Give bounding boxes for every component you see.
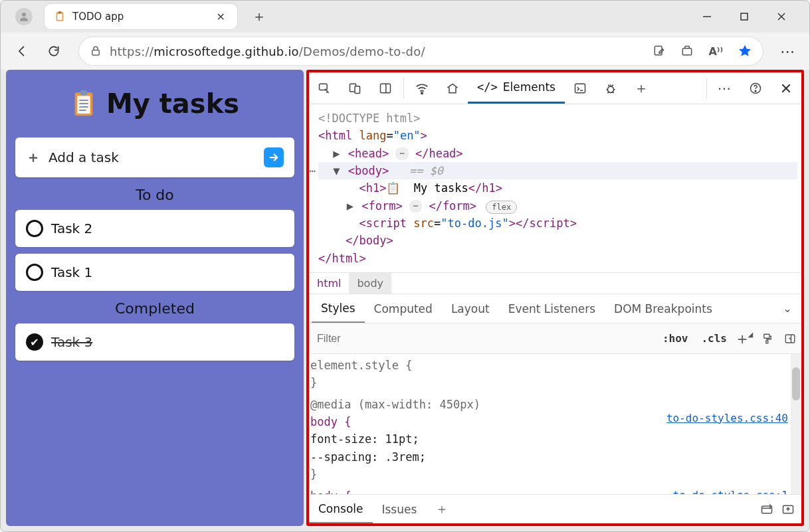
back-button[interactable] (9, 38, 35, 64)
close-devtools-icon[interactable] (771, 73, 801, 104)
dock-side-icon[interactable] (370, 73, 401, 104)
inspect-element-icon[interactable] (309, 73, 340, 104)
dom-tree[interactable]: <!DOCTYPE html> <html lang="en"> ▶ <head… (309, 104, 801, 272)
svg-rect-18 (320, 84, 328, 90)
clipboard-icon (54, 11, 66, 23)
source-link[interactable]: to-do-styles.css:40 (666, 410, 788, 427)
svg-rect-10 (683, 48, 692, 55)
chevron-down-icon[interactable]: ⌄ (783, 302, 792, 315)
new-style-rule-icon[interactable]: +◢ (734, 331, 756, 347)
collapse-icon[interactable]: ▼ (332, 162, 341, 179)
paint-icon[interactable] (756, 333, 779, 345)
svg-rect-20 (355, 86, 360, 93)
task-item-completed[interactable]: ✔ Task 3 (15, 323, 294, 361)
section-completed-heading: Completed (15, 300, 294, 317)
refresh-button[interactable] (41, 38, 67, 64)
welcome-icon[interactable] (437, 73, 468, 104)
expand-icon[interactable]: ▶ (332, 145, 341, 162)
task-item[interactable]: Task 2 (15, 210, 294, 247)
new-tab-button[interactable]: ＋ (247, 4, 272, 29)
styles-filter-input[interactable] (309, 333, 656, 345)
subtab-styles[interactable]: Styles (312, 294, 365, 323)
devtools-drawer: Console Issues ＋ (309, 494, 801, 523)
close-window-button[interactable] (772, 7, 791, 26)
svg-point-0 (22, 13, 26, 17)
checkbox-empty-icon[interactable] (26, 264, 43, 281)
profile-avatar[interactable] (15, 8, 33, 25)
browser-more-menu[interactable]: ⋯ (775, 38, 801, 64)
styles-subtabs: Styles Computed Layout Event Listeners D… (309, 294, 801, 323)
checkbox-empty-icon[interactable] (26, 220, 43, 237)
plus-icon: ＋ (26, 147, 41, 167)
svg-rect-13 (80, 90, 87, 96)
help-icon[interactable] (740, 73, 771, 104)
url-text: https://microsoftedge.github.io/Demos/de… (110, 44, 425, 58)
subtab-layout[interactable]: Layout (442, 294, 499, 323)
console-tab-icon[interactable] (565, 73, 595, 104)
more-tabs-button[interactable]: ＋ (626, 73, 657, 104)
expand-icon[interactable]: ▶ (346, 197, 355, 215)
crumb-body[interactable]: body (349, 273, 391, 294)
todo-app: My tasks ＋ Add a task To do Task 2 Task … (6, 70, 304, 526)
drawer-icon[interactable] (760, 503, 773, 516)
devtools-toolbar: </> Elements ＋ ⋯ (309, 72, 801, 104)
read-aloud-icon[interactable]: A⁾⁾ (708, 45, 723, 58)
svg-rect-5 (741, 13, 748, 20)
add-task-card[interactable]: ＋ Add a task (15, 137, 294, 177)
collections-icon[interactable] (680, 44, 694, 58)
network-conditions-icon[interactable] (407, 73, 437, 104)
svg-rect-8 (92, 50, 100, 56)
close-tab-icon[interactable]: ✕ (214, 9, 228, 25)
dom-breadcrumb: html body (309, 272, 801, 294)
subtab-event-listeners[interactable]: Event Listeners (499, 294, 605, 323)
browser-tab[interactable]: TODO app ✕ (45, 4, 237, 29)
crumb-html[interactable]: html (309, 273, 349, 294)
edit-page-icon[interactable] (653, 44, 666, 58)
submit-task-button[interactable] (264, 147, 284, 167)
expand-drawer-icon[interactable] (781, 503, 795, 516)
section-todo-heading: To do (15, 187, 294, 203)
svg-rect-31 (766, 341, 768, 343)
browser-addressbar: https://microsoftedge.github.io/Demos/de… (1, 33, 809, 70)
task-label: Task 1 (51, 264, 92, 280)
devtools-panel: </> Elements ＋ ⋯ <!DOCTYPE html> <html l… (306, 70, 804, 526)
lock-icon (90, 45, 102, 57)
drawer-tab-issues[interactable]: Issues (373, 495, 427, 523)
svg-point-27 (755, 90, 756, 92)
svg-rect-24 (575, 84, 585, 92)
browser-titlebar: TODO app ✕ ＋ (1, 1, 809, 33)
add-task-input[interactable]: Add a task (49, 149, 119, 165)
svg-rect-2 (57, 14, 62, 21)
favorite-star-icon[interactable] (738, 44, 752, 58)
source-link[interactable]: to-do-styles.css:1 (673, 488, 788, 495)
subtab-dom-breakpoints[interactable]: DOM Breakpoints (605, 294, 722, 323)
computed-toggle-icon[interactable] (779, 333, 801, 345)
drawer-tab-console[interactable]: Console (309, 495, 373, 523)
svg-rect-30 (764, 334, 769, 338)
omnibox[interactable]: https://microsoftedge.github.io/Demos/de… (79, 37, 763, 65)
checkbox-checked-icon[interactable]: ✔ (26, 333, 43, 351)
device-toolbar-icon[interactable] (340, 73, 370, 104)
maximize-button[interactable] (735, 7, 754, 26)
minimize-button[interactable] (698, 7, 716, 26)
task-label: Task 3 (51, 334, 92, 350)
heading-text: My tasks (106, 88, 239, 119)
styles-pane[interactable]: element.style { } to-do-styles.css:40 @m… (309, 354, 801, 494)
subtab-computed[interactable]: Computed (365, 294, 442, 323)
tab-elements[interactable]: </> Elements (468, 72, 565, 104)
task-label: Task 2 (51, 221, 92, 236)
svg-rect-3 (58, 11, 62, 13)
sources-bug-icon[interactable] (595, 73, 626, 104)
cls-toggle[interactable]: .cls (694, 332, 734, 345)
drawer-add-tab[interactable]: ＋ (426, 495, 458, 523)
clipboard-icon (70, 89, 97, 118)
hov-toggle[interactable]: :hov (656, 332, 695, 345)
styles-filter-row: :hov .cls +◢ (309, 323, 801, 354)
code-icon: </> (477, 80, 498, 94)
page-title: My tasks (15, 88, 294, 119)
devtools-more-menu[interactable]: ⋯ (710, 73, 740, 104)
svg-point-23 (421, 92, 423, 94)
svg-rect-21 (381, 84, 391, 92)
task-item[interactable]: Task 1 (15, 254, 294, 291)
tab-title: TODO app (72, 11, 207, 23)
